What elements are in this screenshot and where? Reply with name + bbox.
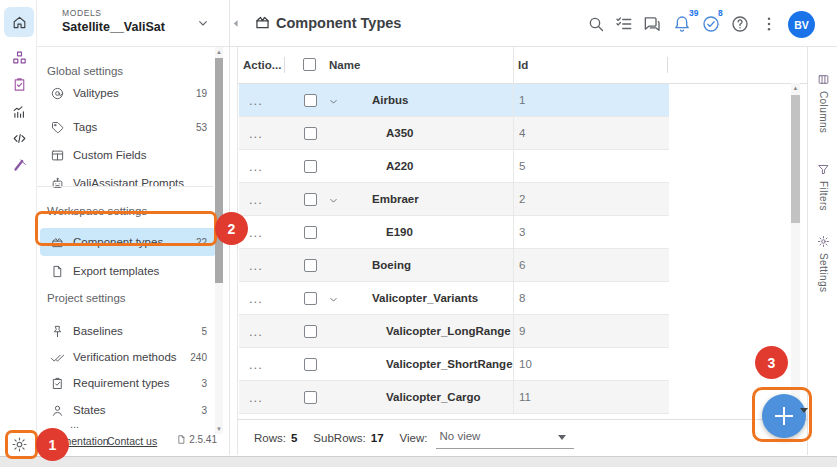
row-checkbox[interactable] xyxy=(304,292,317,305)
table-row-a350[interactable]: ...A3504 xyxy=(239,117,669,150)
fab-dropdown-caret-icon[interactable] xyxy=(800,408,808,413)
expand-chevron[interactable] xyxy=(327,193,340,211)
rail-item-code[interactable] xyxy=(4,123,34,153)
contact-us-link[interactable]: Contact us xyxy=(107,435,157,447)
avatar[interactable]: BV xyxy=(788,11,815,38)
more-button[interactable] xyxy=(759,14,781,36)
pin-icon xyxy=(50,324,65,339)
rail-item-modules[interactable] xyxy=(4,42,34,72)
row-actions-button[interactable]: ... xyxy=(249,324,263,339)
sidebar-nav: Global settingsValitypes19Tags53Custom F… xyxy=(37,47,229,430)
row-checkbox[interactable] xyxy=(304,226,317,239)
row-actions-button[interactable]: ... xyxy=(249,192,263,207)
expand-chevron[interactable] xyxy=(327,292,340,310)
column-divider xyxy=(284,57,285,73)
sidebar-item-valitypes[interactable]: Valitypes19 xyxy=(40,79,216,107)
sidebar-section-title: Workspace settings xyxy=(47,205,147,217)
panel-tab-settings[interactable]: Settings xyxy=(808,235,837,292)
panel-tab-columns[interactable]: Columns xyxy=(808,73,837,133)
scroll-up-icon[interactable]: ▲ xyxy=(215,47,223,57)
column-header-actions[interactable]: Actio... xyxy=(243,59,281,71)
row-checkbox[interactable] xyxy=(304,391,317,404)
row-actions-button[interactable]: ... xyxy=(249,159,263,174)
scrollbar-thumb[interactable] xyxy=(215,58,223,283)
table-row-embraer[interactable]: ...Embraer2 xyxy=(239,183,669,216)
sidebar-item-label: Valitypes xyxy=(73,87,119,99)
sidebar-item-valiassistant-prompts[interactable]: ValiAssistant Prompts xyxy=(40,169,216,197)
table-row-valicopter_longrange[interactable]: ...Valicopter_LongRange9 xyxy=(239,315,669,348)
table-scrollbar[interactable]: ▲ xyxy=(791,83,800,415)
rail-item-analytics[interactable] xyxy=(4,96,34,126)
filter-icon xyxy=(817,163,830,176)
row-id: 6 xyxy=(519,259,525,271)
table-row-e190[interactable]: ...E1903 xyxy=(239,216,669,249)
scrollbar-thumb[interactable] xyxy=(791,95,800,223)
sidebar-item-requirement-types[interactable]: Requirement types3 xyxy=(40,369,216,397)
panel-tab-filters[interactable]: Filters xyxy=(808,163,837,211)
row-checkbox[interactable] xyxy=(304,127,317,140)
sidebar-item-count: 22 xyxy=(196,237,207,248)
search-button[interactable] xyxy=(586,14,608,36)
table-row-airbus[interactable]: ...Airbus1 xyxy=(239,84,669,117)
row-id: 8 xyxy=(519,292,525,304)
row-checkbox[interactable] xyxy=(304,358,317,371)
row-checkbox[interactable] xyxy=(304,325,317,338)
select-all-checkbox[interactable] xyxy=(303,58,316,71)
row-checkbox[interactable] xyxy=(304,259,317,272)
scroll-up-icon[interactable]: ▲ xyxy=(791,83,800,93)
table-row-valicopter_variants[interactable]: ...Valicopter_Variants8 xyxy=(239,282,669,315)
sidebar-item-verification-methods[interactable]: Verification methods240 xyxy=(40,343,216,371)
sidebar-item-export-templates[interactable]: Export templates xyxy=(40,257,216,285)
sidebar-item-tags[interactable]: Tags53 xyxy=(40,113,216,141)
rail-item-test-tube[interactable] xyxy=(4,150,34,180)
settings-gear-button[interactable] xyxy=(4,429,34,459)
rows-label: Rows: xyxy=(254,432,286,444)
expand-chevron[interactable] xyxy=(327,94,340,112)
table-row-valicopter_cargo[interactable]: ...Valicopter_Cargo11 xyxy=(239,381,669,414)
model-selector[interactable]: MODELS Satellite__ValiSat xyxy=(37,0,229,47)
panel-tab-label: Filters xyxy=(818,181,829,211)
row-id: 10 xyxy=(519,358,532,370)
page-title: Component Types xyxy=(276,15,401,31)
document-icon xyxy=(176,434,187,445)
row-checkbox[interactable] xyxy=(304,160,317,173)
row-actions-button[interactable]: ... xyxy=(249,93,263,108)
model-selector-label: MODELS xyxy=(62,8,102,18)
conversations-button[interactable] xyxy=(642,14,664,36)
row-checkbox[interactable] xyxy=(304,94,317,107)
column-header-name[interactable]: Name xyxy=(329,59,360,71)
add-component-type-button[interactable] xyxy=(762,394,806,438)
subrows-count: 17 xyxy=(371,432,384,444)
column-divider xyxy=(667,57,668,73)
sidebar-scrollbar[interactable]: ▲ ▼ xyxy=(215,47,223,434)
table-row-a220[interactable]: ...A2205 xyxy=(239,150,669,183)
row-actions-button[interactable]: ... xyxy=(249,357,263,372)
collapse-panel-icon[interactable] xyxy=(230,17,243,30)
view-select[interactable]: No view xyxy=(436,427,574,449)
row-checkbox[interactable] xyxy=(304,193,317,206)
checklist-button[interactable] xyxy=(614,14,636,36)
help-icon xyxy=(730,14,750,34)
table-row-valicopter_shortrange[interactable]: ...Valicopter_ShortRange10 xyxy=(239,348,669,381)
rail-item-clipboard-check[interactable] xyxy=(4,69,34,99)
sidebar-item-states[interactable]: States3 xyxy=(40,396,216,424)
table-row-boeing[interactable]: ...Boeing6 xyxy=(239,249,669,282)
analytics-icon xyxy=(11,103,28,120)
help-button[interactable] xyxy=(730,14,752,36)
row-actions-button[interactable]: ... xyxy=(249,258,263,273)
row-actions-button[interactable]: ... xyxy=(249,225,263,240)
chevron-down-icon xyxy=(195,15,211,31)
row-name: A220 xyxy=(386,160,414,172)
chevron-down-icon xyxy=(195,15,211,31)
panel-tab-label: Settings xyxy=(818,253,829,292)
rail-item-home[interactable] xyxy=(4,7,34,37)
documentation-link[interactable]: Documentation xyxy=(38,435,109,447)
column-header-id[interactable]: Id xyxy=(518,59,528,71)
sidebar-item-label: States xyxy=(73,404,106,416)
sidebar-item-custom-fields[interactable]: Custom Fields xyxy=(40,141,216,169)
row-actions-button[interactable]: ... xyxy=(249,390,263,405)
sidebar-item-component-types[interactable]: Component types22 xyxy=(40,228,216,256)
row-actions-button[interactable]: ... xyxy=(249,291,263,306)
sidebar-item-baselines[interactable]: Baselines5 xyxy=(40,317,216,345)
row-actions-button[interactable]: ... xyxy=(249,126,263,141)
